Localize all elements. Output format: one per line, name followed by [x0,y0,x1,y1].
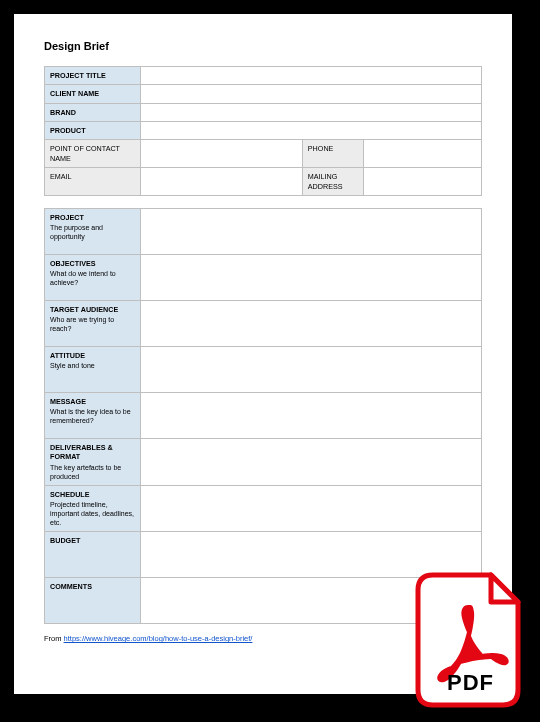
client-name-value [141,85,482,103]
project-title-value [141,67,482,85]
section-subtext: Style and tone [50,361,135,370]
section-label: ATTITUDEStyle and tone [45,346,141,392]
mailing-value [363,168,481,196]
table-row: BRAND [45,103,482,121]
section-heading: ATTITUDE [50,351,135,360]
section-subtext: The key artefacts to be produced [50,463,135,481]
table-row: POINT OF CONTACT NAME PHONE [45,140,482,168]
product-label: PRODUCT [45,122,141,140]
email-value [141,168,303,196]
brand-value [141,103,482,121]
table-row: DELIVERABLES & FORMATThe key artefacts t… [45,438,482,485]
section-heading: BUDGET [50,536,135,545]
phone-label: PHONE [302,140,363,168]
section-heading: OBJECTIVES [50,259,135,268]
section-label: COMMENTS [45,578,141,624]
pdf-badge-label: PDF [413,670,528,696]
credit-link[interactable]: https://www.hiveage.com/blog/how-to-use-… [64,634,253,643]
section-heading: DELIVERABLES & FORMAT [50,443,135,462]
sections-table: PROJECTThe purpose and opportunityOBJECT… [44,208,482,625]
section-value [141,300,482,346]
section-label: DELIVERABLES & FORMATThe key artefacts t… [45,438,141,485]
section-value [141,438,482,485]
section-heading: SCHEDULE [50,490,135,499]
email-label: EMAIL [45,168,141,196]
header-info-table: PROJECT TITLE CLIENT NAME BRAND PRODUCT … [44,66,482,196]
table-row: PROJECT TITLE [45,67,482,85]
section-heading: TARGET AUDIENCE [50,305,135,314]
section-value [141,208,482,254]
brand-label: BRAND [45,103,141,121]
section-label: PROJECTThe purpose and opportunity [45,208,141,254]
table-row: MESSAGEWhat is the key idea to be rememb… [45,392,482,438]
project-title-label: PROJECT TITLE [45,67,141,85]
poc-value [141,140,303,168]
section-heading: MESSAGE [50,397,135,406]
table-row: PROJECTThe purpose and opportunity [45,208,482,254]
section-subtext: Who are we trying to reach? [50,315,135,333]
mailing-label: MAILING ADDRESS [302,168,363,196]
page-title: Design Brief [44,40,482,52]
section-subtext: What do we intend to achieve? [50,269,135,287]
section-heading: PROJECT [50,213,135,222]
table-row: OBJECTIVESWhat do we intend to achieve? [45,254,482,300]
table-row: TARGET AUDIENCEWho are we trying to reac… [45,300,482,346]
section-value [141,485,482,532]
table-row: ATTITUDEStyle and tone [45,346,482,392]
table-row: SCHEDULEProjected timeline, important da… [45,485,482,532]
section-value [141,392,482,438]
section-label: MESSAGEWhat is the key idea to be rememb… [45,392,141,438]
client-name-label: CLIENT NAME [45,85,141,103]
section-value [141,346,482,392]
credit-prefix: From [44,634,64,643]
section-label: BUDGET [45,532,141,578]
table-row: PRODUCT [45,122,482,140]
section-label: TARGET AUDIENCEWho are we trying to reac… [45,300,141,346]
section-label: SCHEDULEProjected timeline, important da… [45,485,141,532]
section-value [141,254,482,300]
section-subtext: What is the key idea to be remembered? [50,407,135,425]
phone-value [363,140,481,168]
table-row: CLIENT NAME [45,85,482,103]
product-value [141,122,482,140]
section-heading: COMMENTS [50,582,135,591]
section-label: OBJECTIVESWhat do we intend to achieve? [45,254,141,300]
table-row: EMAIL MAILING ADDRESS [45,168,482,196]
pdf-file-icon: PDF [413,570,528,710]
section-subtext: The purpose and opportunity [50,223,135,241]
section-subtext: Projected timeline, important dates, dea… [50,500,135,527]
poc-label: POINT OF CONTACT NAME [45,140,141,168]
